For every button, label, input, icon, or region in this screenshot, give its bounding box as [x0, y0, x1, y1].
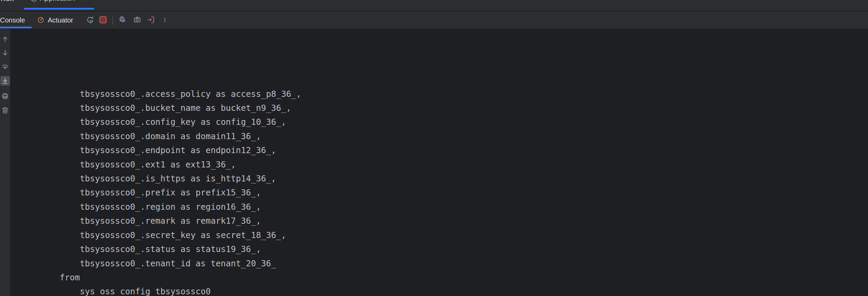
console-segment-default: tbsysossco0_.is_https as is_http14_36_,	[19, 174, 276, 183]
console-lines: tbsysossco0_.access_policy as access_p8_…	[19, 87, 868, 296]
console-segment-default: tbsysossco0_.prefix as prefix15_36_,	[19, 188, 261, 197]
stop-icon	[99, 15, 107, 24]
scroll-to-end-button[interactable]	[1, 77, 9, 85]
trash-icon	[1, 106, 9, 114]
toolbar-separator	[112, 15, 113, 25]
console-line: tbsysossco0_.domain as domain11_36_,	[19, 129, 868, 143]
rerun-icon	[86, 15, 95, 24]
console-segment-default: tbsysossco0_.config_key as config_10_36_…	[19, 117, 286, 127]
bug-arrow-icon	[118, 15, 127, 24]
kebab-menu-icon	[163, 15, 169, 24]
exit-button[interactable]	[146, 15, 155, 24]
run-tab-title: Application	[40, 0, 75, 2]
camera-icon	[133, 15, 142, 24]
console-segment-default: tbsysossco0_.bucket_name as bucket_n9_36…	[19, 103, 291, 113]
tool-window-title: Run	[1, 0, 14, 3]
attach-debugger-button[interactable]	[118, 15, 127, 24]
console-segment-default: tbsysossco0_.access_policy as access_p8_…	[19, 89, 301, 99]
tab-actuator-label: Actuator	[48, 16, 73, 24]
rerun-button[interactable]	[86, 15, 95, 24]
print-button[interactable]	[1, 92, 9, 100]
console-tab-underline	[0, 27, 32, 28]
console-line: sys_oss_config tbsysossco0_	[19, 284, 868, 296]
thread-dump-button[interactable]	[133, 15, 142, 24]
console-line: tbsysossco0_.config_key as config_10_36_…	[19, 115, 868, 129]
stop-button[interactable]	[99, 15, 107, 24]
close-icon[interactable]	[81, 0, 87, 1]
down-the-stack-trace-button[interactable]	[1, 49, 9, 57]
running-application-icon	[29, 0, 37, 2]
console-line: tbsysossco0_.access_policy as access_p8_…	[19, 87, 868, 101]
active-tab-underline	[24, 8, 94, 10]
more-options-button[interactable]	[163, 15, 169, 24]
console-segment-default: sys_oss_config tbsysossco0_	[19, 286, 216, 296]
console-segment-default: tbsysossco0_.domain as domain11_36_,	[19, 131, 261, 141]
actuator-icon	[37, 16, 45, 25]
console-segment-default: tbsysossco0_.tenant_id as tenant_20_36_	[19, 258, 276, 268]
console-partial-line-clip: tbsysossco0_.access_key as access_k7_36_…	[19, 57, 868, 59]
console-line: tbsysossco0_.prefix as prefix15_36_,	[19, 186, 868, 199]
tab-console[interactable]: Console	[0, 12, 25, 29]
up-the-stack-trace-button[interactable]	[1, 35, 9, 43]
console-segment-default: tbsysossco0_.status as status19_36_,	[19, 244, 261, 254]
console-line: tbsysossco0_.remark as remark17_36_,	[19, 214, 868, 228]
console-gutter	[0, 29, 10, 296]
console-line: tbsysossco0_.endpoint as endpoin12_36_,	[19, 143, 868, 157]
clear-all-button[interactable]	[1, 106, 9, 114]
tab-console-label: Console	[0, 16, 25, 24]
console-line: from	[19, 270, 868, 284]
run-tab-application[interactable]: Application	[29, 0, 87, 2]
console-segment-default: from	[19, 272, 80, 282]
console-line: tbsysossco0_.secret_key as secret_18_36_…	[19, 228, 868, 242]
console-line: tbsysossco0_.is_https as is_http14_36_,	[19, 172, 868, 186]
console-segment-default: tbsysossco0_.endpoint as endpoin12_36_,	[19, 145, 276, 155]
console-line: tbsysossco0_.bucket_name as bucket_n9_36…	[19, 101, 868, 115]
printer-icon	[1, 92, 9, 100]
console-segment-default: tbsysossco0_.ext1 as ext13_36_,	[19, 160, 236, 169]
arrow-up-icon	[1, 35, 9, 43]
soft-wrap-icon	[1, 63, 9, 71]
run-tab-bar: Run Application	[0, 0, 868, 11]
console-toolbar: Console Actuator	[0, 12, 868, 29]
soft-wrap-button[interactable]	[1, 63, 9, 71]
console-segment-default: tbsysossco0_.region as region16_36_,	[19, 202, 261, 212]
console-output[interactable]: tbsysossco0_.access_key as access_k7_36_…	[10, 29, 868, 296]
tab-actuator[interactable]: Actuator	[37, 12, 73, 29]
console-segment-default: tbsysossco0_.remark as remark17_36_,	[19, 216, 261, 226]
console-segment-default: tbsysossco0_.secret_key as secret_18_36_…	[19, 230, 286, 240]
exit-icon	[146, 15, 155, 24]
run-tool-window: Run Application Console	[0, 0, 868, 296]
console-line: tbsysossco0_.status as status19_36_,	[19, 242, 868, 256]
scroll-to-end-icon	[1, 77, 9, 85]
arrow-down-icon	[1, 49, 9, 57]
console-line: tbsysossco0_.tenant_id as tenant_20_36_	[19, 256, 868, 270]
console-line: tbsysossco0_.ext1 as ext13_36_,	[19, 158, 868, 172]
console-line: tbsysossco0_.region as region16_36_,	[19, 200, 868, 214]
